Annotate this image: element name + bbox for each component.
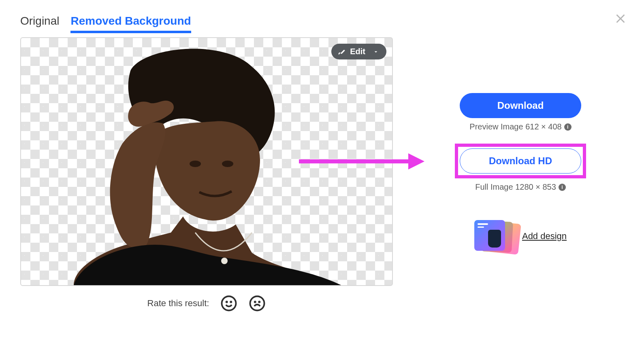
close-icon[interactable] <box>613 11 628 28</box>
design-thumb <box>474 220 505 251</box>
svg-point-7 <box>255 301 256 302</box>
svg-point-4 <box>226 301 227 302</box>
tabs: Original Removed Background <box>20 12 393 33</box>
info-icon[interactable]: i <box>559 184 566 191</box>
add-design-row: Add design <box>474 220 567 252</box>
thumbs-down-face-icon[interactable] <box>249 295 266 312</box>
design-thumbnails <box>474 220 515 252</box>
full-caption: Full Image 1280 × 853 i <box>475 182 566 192</box>
image-preview: Edit <box>20 37 393 286</box>
svg-point-5 <box>231 301 232 302</box>
svg-point-8 <box>259 301 260 302</box>
tab-removed-background[interactable]: Removed Background <box>70 12 191 33</box>
rate-row: Rate this result: <box>20 295 393 312</box>
svg-point-3 <box>222 296 236 311</box>
subject-silhouette <box>49 42 341 285</box>
download-hd-button[interactable]: Download HD <box>460 148 581 174</box>
edit-button[interactable]: Edit <box>331 44 386 59</box>
tab-original[interactable]: Original <box>20 12 59 33</box>
preview-caption: Preview Image 612 × 408 i <box>469 122 571 131</box>
download-button[interactable]: Download <box>460 93 581 118</box>
info-icon[interactable]: i <box>564 123 571 131</box>
annotation-highlight: Download HD <box>455 144 586 178</box>
brush-icon <box>338 48 346 56</box>
svg-point-6 <box>250 296 264 311</box>
add-design-link[interactable]: Add design <box>522 231 567 241</box>
rate-label: Rate this result: <box>147 298 209 309</box>
svg-point-1 <box>222 161 233 167</box>
preview-caption-text: Preview Image 612 × 408 <box>469 122 561 131</box>
thumbs-up-face-icon[interactable] <box>220 295 237 312</box>
chevron-down-icon[interactable] <box>373 49 379 55</box>
svg-point-0 <box>190 161 201 167</box>
full-caption-text: Full Image 1280 × 853 <box>475 182 556 192</box>
svg-point-2 <box>221 258 228 264</box>
edit-label: Edit <box>350 47 365 56</box>
